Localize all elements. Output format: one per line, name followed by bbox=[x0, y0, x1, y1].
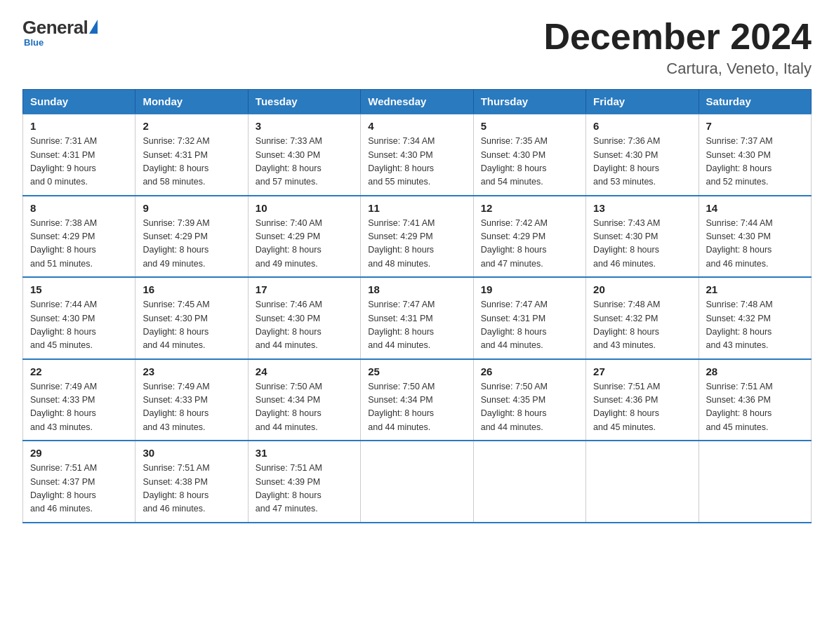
day-info: Sunrise: 7:42 AMSunset: 4:29 PMDaylight:… bbox=[481, 218, 548, 269]
calendar-day-cell: 5Sunrise: 7:35 AMSunset: 4:30 PMDaylight… bbox=[473, 114, 585, 196]
day-number: 27 bbox=[593, 365, 691, 377]
logo-triangle-icon bbox=[89, 20, 98, 34]
weekday-header-wednesday: Wednesday bbox=[361, 90, 473, 114]
day-number: 3 bbox=[256, 120, 353, 132]
day-info: Sunrise: 7:32 AMSunset: 4:31 PMDaylight:… bbox=[143, 136, 209, 187]
day-info: Sunrise: 7:46 AMSunset: 4:30 PMDaylight:… bbox=[256, 300, 322, 350]
day-number: 26 bbox=[481, 365, 578, 377]
calendar-week-row: 22Sunrise: 7:49 AMSunset: 4:33 PMDayligh… bbox=[23, 359, 812, 441]
logo: General Blue bbox=[22, 17, 98, 48]
calendar-day-cell: 30Sunrise: 7:51 AMSunset: 4:38 PMDayligh… bbox=[135, 441, 248, 523]
calendar-day-cell: 11Sunrise: 7:41 AMSunset: 4:29 PMDayligh… bbox=[361, 196, 473, 278]
calendar-day-cell: 21Sunrise: 7:48 AMSunset: 4:32 PMDayligh… bbox=[699, 277, 811, 359]
day-info: Sunrise: 7:33 AMSunset: 4:30 PMDaylight:… bbox=[256, 136, 322, 187]
day-info: Sunrise: 7:44 AMSunset: 4:30 PMDaylight:… bbox=[706, 218, 773, 269]
day-info: Sunrise: 7:50 AMSunset: 4:34 PMDaylight:… bbox=[368, 382, 435, 432]
calendar-day-cell: 27Sunrise: 7:51 AMSunset: 4:36 PMDayligh… bbox=[586, 359, 699, 441]
day-number: 31 bbox=[256, 447, 353, 459]
day-info: Sunrise: 7:49 AMSunset: 4:33 PMDaylight:… bbox=[30, 382, 97, 432]
calendar-week-row: 29Sunrise: 7:51 AMSunset: 4:37 PMDayligh… bbox=[23, 441, 812, 523]
calendar-empty-cell bbox=[699, 441, 811, 523]
calendar-day-cell: 18Sunrise: 7:47 AMSunset: 4:31 PMDayligh… bbox=[361, 277, 473, 359]
calendar-day-cell: 8Sunrise: 7:38 AMSunset: 4:29 PMDaylight… bbox=[23, 196, 135, 278]
day-number: 30 bbox=[143, 447, 240, 459]
calendar-day-cell: 6Sunrise: 7:36 AMSunset: 4:30 PMDaylight… bbox=[586, 114, 699, 196]
calendar-empty-cell bbox=[473, 441, 585, 523]
weekday-header-sunday: Sunday bbox=[23, 90, 135, 114]
day-number: 20 bbox=[593, 283, 691, 295]
day-info: Sunrise: 7:51 AMSunset: 4:37 PMDaylight:… bbox=[30, 463, 97, 514]
calendar-day-cell: 12Sunrise: 7:42 AMSunset: 4:29 PMDayligh… bbox=[473, 196, 585, 278]
day-info: Sunrise: 7:39 AMSunset: 4:29 PMDaylight:… bbox=[143, 218, 209, 269]
calendar-table: SundayMondayTuesdayWednesdayThursdayFrid… bbox=[22, 89, 812, 523]
day-number: 15 bbox=[30, 283, 128, 295]
day-info: Sunrise: 7:51 AMSunset: 4:36 PMDaylight:… bbox=[593, 382, 660, 432]
calendar-day-cell: 3Sunrise: 7:33 AMSunset: 4:30 PMDaylight… bbox=[248, 114, 360, 196]
calendar-empty-cell bbox=[586, 441, 699, 523]
day-info: Sunrise: 7:31 AMSunset: 4:31 PMDaylight:… bbox=[30, 136, 97, 187]
calendar-day-cell: 23Sunrise: 7:49 AMSunset: 4:33 PMDayligh… bbox=[135, 359, 248, 441]
title-block: December 2024 Cartura, Veneto, Italy bbox=[543, 17, 812, 78]
day-number: 7 bbox=[706, 120, 804, 132]
day-number: 11 bbox=[368, 202, 465, 214]
day-info: Sunrise: 7:51 AMSunset: 4:38 PMDaylight:… bbox=[143, 463, 209, 514]
day-number: 10 bbox=[256, 202, 353, 214]
calendar-day-cell: 15Sunrise: 7:44 AMSunset: 4:30 PMDayligh… bbox=[23, 277, 135, 359]
calendar-empty-cell bbox=[361, 441, 473, 523]
day-info: Sunrise: 7:49 AMSunset: 4:33 PMDaylight:… bbox=[143, 382, 209, 432]
calendar-day-cell: 19Sunrise: 7:47 AMSunset: 4:31 PMDayligh… bbox=[473, 277, 585, 359]
day-number: 25 bbox=[368, 365, 465, 377]
day-number: 28 bbox=[706, 365, 804, 377]
calendar-day-cell: 20Sunrise: 7:48 AMSunset: 4:32 PMDayligh… bbox=[586, 277, 699, 359]
calendar-day-cell: 29Sunrise: 7:51 AMSunset: 4:37 PMDayligh… bbox=[23, 441, 135, 523]
weekday-header-monday: Monday bbox=[135, 90, 248, 114]
calendar-day-cell: 24Sunrise: 7:50 AMSunset: 4:34 PMDayligh… bbox=[248, 359, 360, 441]
day-info: Sunrise: 7:38 AMSunset: 4:29 PMDaylight:… bbox=[30, 218, 97, 269]
calendar-day-cell: 16Sunrise: 7:45 AMSunset: 4:30 PMDayligh… bbox=[135, 277, 248, 359]
day-info: Sunrise: 7:37 AMSunset: 4:30 PMDaylight:… bbox=[706, 136, 773, 187]
day-number: 17 bbox=[256, 283, 353, 295]
day-info: Sunrise: 7:36 AMSunset: 4:30 PMDaylight:… bbox=[593, 136, 660, 187]
day-info: Sunrise: 7:48 AMSunset: 4:32 PMDaylight:… bbox=[593, 300, 660, 350]
calendar-week-row: 8Sunrise: 7:38 AMSunset: 4:29 PMDaylight… bbox=[23, 196, 812, 278]
day-info: Sunrise: 7:34 AMSunset: 4:30 PMDaylight:… bbox=[368, 136, 435, 187]
day-info: Sunrise: 7:45 AMSunset: 4:30 PMDaylight:… bbox=[143, 300, 209, 350]
day-info: Sunrise: 7:51 AMSunset: 4:39 PMDaylight:… bbox=[256, 463, 322, 514]
day-number: 12 bbox=[481, 202, 578, 214]
day-info: Sunrise: 7:40 AMSunset: 4:29 PMDaylight:… bbox=[256, 218, 322, 269]
day-number: 18 bbox=[368, 283, 465, 295]
day-info: Sunrise: 7:47 AMSunset: 4:31 PMDaylight:… bbox=[368, 300, 435, 350]
day-number: 14 bbox=[706, 202, 804, 214]
day-info: Sunrise: 7:50 AMSunset: 4:35 PMDaylight:… bbox=[481, 382, 548, 432]
day-info: Sunrise: 7:51 AMSunset: 4:36 PMDaylight:… bbox=[706, 382, 773, 432]
calendar-day-cell: 2Sunrise: 7:32 AMSunset: 4:31 PMDaylight… bbox=[135, 114, 248, 196]
day-number: 13 bbox=[593, 202, 691, 214]
day-number: 29 bbox=[30, 447, 128, 459]
calendar-day-cell: 13Sunrise: 7:43 AMSunset: 4:30 PMDayligh… bbox=[586, 196, 699, 278]
day-info: Sunrise: 7:35 AMSunset: 4:30 PMDaylight:… bbox=[481, 136, 548, 187]
day-number: 1 bbox=[30, 120, 128, 132]
day-number: 19 bbox=[481, 283, 578, 295]
day-info: Sunrise: 7:48 AMSunset: 4:32 PMDaylight:… bbox=[706, 300, 773, 350]
day-number: 24 bbox=[256, 365, 353, 377]
month-title: December 2024 bbox=[543, 17, 812, 57]
day-number: 9 bbox=[143, 202, 240, 214]
location-text: Cartura, Veneto, Italy bbox=[543, 60, 812, 78]
day-number: 2 bbox=[143, 120, 240, 132]
calendar-day-cell: 9Sunrise: 7:39 AMSunset: 4:29 PMDaylight… bbox=[135, 196, 248, 278]
calendar-day-cell: 7Sunrise: 7:37 AMSunset: 4:30 PMDaylight… bbox=[699, 114, 811, 196]
day-info: Sunrise: 7:43 AMSunset: 4:30 PMDaylight:… bbox=[593, 218, 660, 269]
weekday-header-saturday: Saturday bbox=[699, 90, 811, 114]
calendar-day-cell: 26Sunrise: 7:50 AMSunset: 4:35 PMDayligh… bbox=[473, 359, 585, 441]
calendar-day-cell: 4Sunrise: 7:34 AMSunset: 4:30 PMDaylight… bbox=[361, 114, 473, 196]
calendar-week-row: 15Sunrise: 7:44 AMSunset: 4:30 PMDayligh… bbox=[23, 277, 812, 359]
calendar-day-cell: 14Sunrise: 7:44 AMSunset: 4:30 PMDayligh… bbox=[699, 196, 811, 278]
calendar-day-cell: 1Sunrise: 7:31 AMSunset: 4:31 PMDaylight… bbox=[23, 114, 135, 196]
logo-general-text: General bbox=[22, 17, 88, 39]
calendar-day-cell: 22Sunrise: 7:49 AMSunset: 4:33 PMDayligh… bbox=[23, 359, 135, 441]
day-number: 23 bbox=[143, 365, 240, 377]
calendar-week-row: 1Sunrise: 7:31 AMSunset: 4:31 PMDaylight… bbox=[23, 114, 812, 196]
logo-blue-text: Blue bbox=[24, 37, 44, 48]
day-number: 22 bbox=[30, 365, 128, 377]
weekday-header-tuesday: Tuesday bbox=[248, 90, 360, 114]
